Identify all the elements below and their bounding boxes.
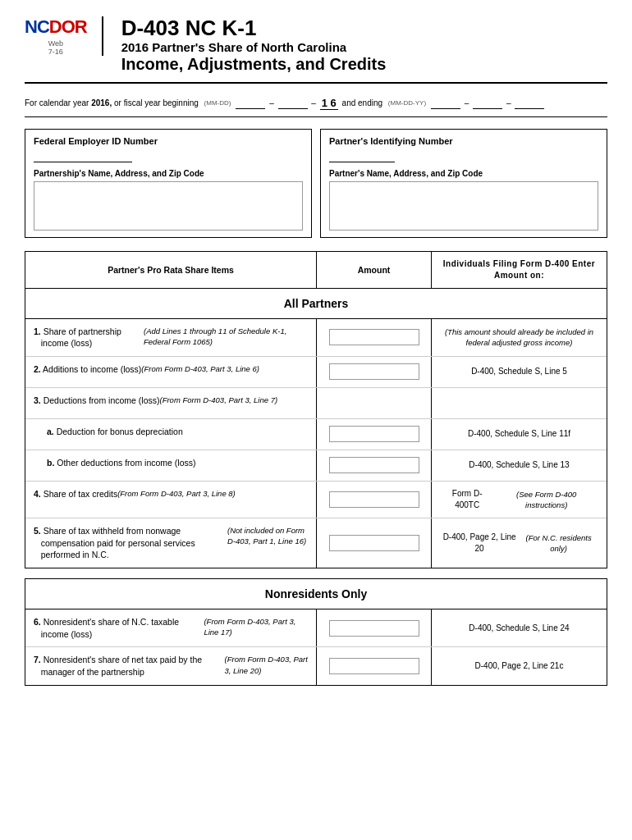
row2-amount xyxy=(317,357,432,387)
row3-instructions xyxy=(432,388,607,418)
main-table: Partner's Pro Rata Share Items Amount In… xyxy=(25,251,607,568)
nonresidents-section: Nonresidents Only 6. Nonresident's share… xyxy=(25,578,607,686)
form-id: D-403 NC K-1 xyxy=(121,16,387,40)
row6-input[interactable] xyxy=(329,620,419,637)
row1-input[interactable] xyxy=(329,329,419,345)
row5-instructions: D-400, Page 2, Line 20 (For N.C. residen… xyxy=(432,518,607,568)
row3b-input[interactable] xyxy=(329,457,419,473)
row7-input[interactable] xyxy=(329,658,419,674)
form-subtitle1: 2016 Partner's Share of North Carolina xyxy=(121,40,387,55)
row6-instructions: D-400, Schedule S, Line 24 xyxy=(432,609,607,646)
row3b-items: b. Other deductions from income (loss) xyxy=(25,450,317,481)
row3a-instructions: D-400, Schedule S, Line 11f xyxy=(432,419,607,450)
row3-items: 3. Deductions from income (loss) (From F… xyxy=(25,388,317,418)
row4-amount xyxy=(317,482,432,518)
info-boxes-row: Federal Employer ID Number Partnership's… xyxy=(25,129,607,238)
row1-items: 1. Share of partnership income (loss) (A… xyxy=(25,319,317,356)
and-ending: and ending xyxy=(342,98,383,107)
page-header: NC DOR Web 7-16 D-403 NC K-1 2016 Partne… xyxy=(25,16,607,84)
partnership-address-label: Partnership's Name, Address, and Zip Cod… xyxy=(34,169,303,178)
nc-text: NC xyxy=(25,16,49,38)
table-row: 5. Share of tax withheld from nonwage co… xyxy=(25,518,607,568)
row3b-amount xyxy=(317,450,432,481)
federal-employer-label: Federal Employer ID Number xyxy=(34,136,303,146)
form-title-block: D-403 NC K-1 2016 Partner's Share of Nor… xyxy=(118,16,387,74)
table-row: 1. Share of partnership income (loss) (A… xyxy=(25,319,607,357)
logo-block: NC DOR Web 7-16 xyxy=(25,16,103,56)
row7-amount xyxy=(317,647,432,684)
partner-id-field[interactable] xyxy=(329,151,395,162)
partner-address-box[interactable] xyxy=(329,181,598,231)
table-header-row: Partner's Pro Rata Share Items Amount In… xyxy=(25,252,607,289)
end-yy-field[interactable] xyxy=(515,98,544,109)
row2-input[interactable] xyxy=(329,363,419,380)
year-number: 1 6 xyxy=(320,97,338,110)
row3-amount xyxy=(317,388,432,418)
row5-amount xyxy=(317,518,432,568)
col-instructions-header: Individuals Filing Form D-400 Enter Amou… xyxy=(432,252,607,288)
table-row: 6. Nonresident's share of N.C. taxable i… xyxy=(25,609,607,647)
partner-address-label: Partner's Name, Address, and Zip Code xyxy=(329,169,598,178)
ncdor-logo: NC DOR xyxy=(25,16,87,38)
table-row: 4. Share of tax credits (From Form D-403… xyxy=(25,482,607,518)
row6-amount xyxy=(317,609,432,646)
row2-items: 2. Additions to income (loss) (From Form… xyxy=(25,357,317,387)
row2-instructions: D-400, Schedule S, Line 5 xyxy=(432,357,607,387)
mm-field[interactable] xyxy=(236,98,265,109)
ein-field[interactable] xyxy=(34,151,132,162)
federal-employer-box: Federal Employer ID Number Partnership's… xyxy=(25,129,312,238)
table-row: b. Other deductions from income (loss) D… xyxy=(25,450,607,482)
partner-identifying-box: Partner's Identifying Number Partner's N… xyxy=(320,129,607,238)
row7-instructions: D-400, Page 2, Line 21c xyxy=(432,647,607,684)
mmddyy-label: (MM-DD-YY) xyxy=(388,99,426,107)
row3b-instructions: D-400, Schedule S, Line 13 xyxy=(432,450,607,481)
table-row: 2. Additions to income (loss) (From Form… xyxy=(25,357,607,388)
web-label: Web 7-16 xyxy=(48,39,63,56)
row3a-amount xyxy=(317,419,432,450)
row4-items: 4. Share of tax credits (From Form D-403… xyxy=(25,482,317,518)
row3a-items: a. Deduction for bonus depreciation xyxy=(25,419,317,450)
form-subtitle2: Income, Adjustments, and Credits xyxy=(121,55,387,74)
row7-items: 7. Nonresident's share of net tax paid b… xyxy=(25,647,317,684)
col-items-header: Partner's Pro Rata Share Items xyxy=(25,252,317,288)
year-prefix: For calendar year xyxy=(25,98,89,107)
year-suffix1: or fiscal year beginning xyxy=(114,98,199,107)
end-mm-field[interactable] xyxy=(431,98,460,109)
partnership-address-box[interactable] xyxy=(34,181,303,231)
all-partners-title: All Partners xyxy=(25,289,607,319)
row4-instructions: Form D-400TC (See Form D-400 instruction… xyxy=(432,482,607,518)
row1-amount xyxy=(317,319,432,356)
table-row: 7. Nonresident's share of net tax paid b… xyxy=(25,647,607,684)
end-dd-field[interactable] xyxy=(473,98,502,109)
mmdd-label: (MM-DD) xyxy=(204,99,231,107)
row5-items: 5. Share of tax withheld from nonwage co… xyxy=(25,518,317,568)
col-amount-header: Amount xyxy=(317,252,432,288)
dor-text: DOR xyxy=(49,16,87,38)
table-row: a. Deduction for bonus depreciation D-40… xyxy=(25,419,607,450)
row1-instructions: (This amount should already be included … xyxy=(432,319,607,356)
row4-input[interactable] xyxy=(329,491,419,508)
table-row: 3. Deductions from income (loss) (From F… xyxy=(25,388,607,419)
dd-field[interactable] xyxy=(278,98,308,109)
nonresidents-title: Nonresidents Only xyxy=(25,579,607,609)
year-bold: 2016, xyxy=(91,98,112,107)
row5-input[interactable] xyxy=(329,535,419,551)
row3a-input[interactable] xyxy=(329,426,419,442)
year-line: For calendar year 2016, or fiscal year b… xyxy=(25,92,607,117)
row6-items: 6. Nonresident's share of N.C. taxable i… xyxy=(25,609,317,646)
partner-id-label: Partner's Identifying Number xyxy=(329,136,598,146)
